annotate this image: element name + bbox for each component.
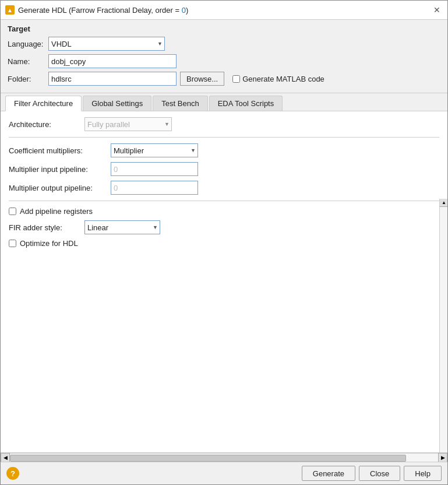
folder-inner-row: Browse... Generate MATLAB code [48,72,324,86]
optimize-hdl-label[interactable]: Optimize for HDL [20,239,78,248]
fir-adder-select[interactable]: Linear Tree [84,220,160,234]
tabs: Filter Architecture Global Settings Test… [1,93,447,111]
generate-matlab-label[interactable]: Generate MATLAB code [232,75,324,83]
generate-button[interactable]: Generate [302,466,355,481]
multiplier-output-label: Multiplier output pipeline: [9,184,111,192]
order-link[interactable]: 0 [182,6,186,15]
generate-matlab-checkbox[interactable] [232,75,240,83]
folder-label: Folder: [8,75,48,83]
tab-eda-tool-scripts[interactable]: EDA Tool Scripts [209,96,283,111]
architecture-select[interactable]: Fully parallel [84,117,172,131]
name-label: Name: [8,57,48,66]
content-area: Architecture: Fully parallel Coefficient… [1,111,447,452]
divider-2 [9,201,439,201]
tab-test-bench[interactable]: Test Bench [153,96,207,111]
matlab-icon: ▲ [5,5,15,15]
title-bar: ▲ Generate HDL (Farrow Fractional Delay,… [1,1,447,20]
target-section: Target Language: VHDL Verilog Name: Fold… [1,20,447,93]
close-button[interactable]: ✕ [431,4,443,16]
coeff-select-wrapper: Multiplier Canonical signed digit Fully … [111,143,198,157]
vscroll-track [440,207,447,452]
language-row: Language: VHDL Verilog [8,37,440,51]
tab-global-settings[interactable]: Global Settings [83,96,151,111]
hscroll-thumb[interactable] [10,455,406,462]
coefficient-select[interactable]: Multiplier Canonical signed digit Fully … [111,143,198,157]
multiplier-output-pipeline-input[interactable] [111,181,198,195]
hscroll-track [10,453,438,462]
bottom-left: ? [6,467,298,480]
optimize-hdl-row: Optimize for HDL [9,239,439,248]
divider-1 [9,137,439,138]
multiplier-input-label: Multiplier input pipeline: [9,165,111,174]
tabs-container: Filter Architecture Global Settings Test… [1,93,447,111]
optimize-hdl-checkbox[interactable] [9,240,16,247]
tab-filter-architecture[interactable]: Filter Architecture [5,96,82,111]
name-row: Name: [8,54,440,68]
add-pipeline-label[interactable]: Add pipeline registers [20,207,93,216]
hscroll-right-arrow[interactable]: ▶ [438,453,447,462]
browse-button[interactable]: Browse... [180,72,224,86]
multiplier-input-pipeline-input[interactable] [111,162,198,176]
fir-adder-style-row: FIR adder style: Linear Tree [9,220,439,234]
help-icon[interactable]: ? [6,467,19,480]
name-input[interactable] [48,54,177,68]
folder-input[interactable] [48,72,177,86]
language-select[interactable]: VHDL Verilog [48,37,165,51]
fir-select-wrapper: Linear Tree [84,220,160,234]
multiplier-output-pipeline-row: Multiplier output pipeline: [9,181,439,195]
window-title: Generate HDL (Farrow Fractional Delay, o… [18,6,188,15]
fir-adder-label: FIR adder style: [9,223,84,232]
title-bar-left: ▲ Generate HDL (Farrow Fractional Delay,… [5,5,188,15]
add-pipeline-checkbox[interactable] [9,208,16,215]
title-text-main: Generate HDL (Farrow Fractional Delay, o… [18,6,182,15]
horizontal-scrollbar: ◀ ▶ [1,452,447,462]
hscroll-left-arrow[interactable]: ◀ [1,453,10,462]
architecture-label: Architecture: [9,120,84,129]
language-label: Language: [8,40,48,48]
title-text-suffix: ) [186,6,188,15]
generate-matlab-text: Generate MATLAB code [242,75,324,83]
vscroll-up-arrow[interactable]: ▲ [440,199,447,207]
coefficient-multipliers-label: Coefficient multipliers: [9,146,111,155]
architecture-row: Architecture: Fully parallel [9,117,439,131]
folder-row: Folder: Browse... Generate MATLAB code [8,72,440,86]
vertical-scrollbar: ▲ ▼ [439,199,447,452]
language-select-wrapper: VHDL Verilog [48,37,165,51]
close-dialog-button[interactable]: Close [359,466,400,481]
bottom-bar: ? Generate Close Help [1,462,447,484]
tab-content-filter-architecture: Architecture: Fully parallel Coefficient… [1,111,447,452]
main-window: ▲ Generate HDL (Farrow Fractional Delay,… [0,0,448,485]
target-label: Target [8,24,440,33]
help-button[interactable]: Help [404,466,442,481]
multiplier-input-pipeline-row: Multiplier input pipeline: [9,162,439,176]
add-pipeline-row: Add pipeline registers [9,207,439,216]
coefficient-multipliers-row: Coefficient multipliers: Multiplier Cano… [9,143,439,157]
architecture-select-wrapper: Fully parallel [84,117,172,131]
